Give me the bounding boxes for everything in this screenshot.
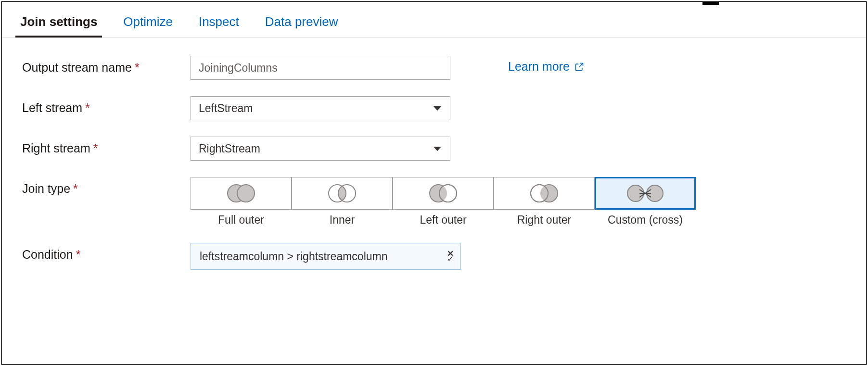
- label-join-type: Join type*: [22, 177, 191, 196]
- join-option-box: [595, 177, 696, 210]
- row-join-type: Join type* Full outer: [22, 177, 846, 227]
- label-text: Right stream: [22, 141, 90, 155]
- required-marker: *: [85, 101, 90, 114]
- join-option-box: [393, 177, 494, 210]
- control-right-stream: RightStream: [191, 137, 450, 161]
- control-join-type: Full outer: [191, 177, 696, 227]
- left-stream-select[interactable]: LeftStream: [191, 96, 450, 120]
- row-right-stream: Right stream* RightStream: [22, 137, 846, 161]
- tab-inspect[interactable]: Inspect: [197, 12, 241, 37]
- join-caption: Full outer: [218, 214, 264, 227]
- tab-data-preview[interactable]: Data preview: [263, 12, 340, 37]
- label-text: Output stream name: [22, 61, 132, 74]
- required-marker: *: [73, 182, 78, 195]
- tab-bar: Join settings Optimize Inspect Data prev…: [2, 2, 866, 38]
- output-stream-name-input[interactable]: [191, 56, 450, 80]
- join-option-box: [292, 177, 393, 210]
- external-link-icon: [574, 62, 584, 72]
- form-area: Output stream name* Learn more Left stre…: [2, 38, 866, 270]
- label-text: Join type: [22, 182, 70, 195]
- join-caption: Right outer: [517, 214, 572, 227]
- join-option-full-outer[interactable]: Full outer: [191, 177, 292, 227]
- condition-expression-input[interactable]: leftstreamcolumn > rightstreamcolumn ✕ ✓: [191, 243, 461, 270]
- join-option-inner[interactable]: Inner: [292, 177, 393, 227]
- settings-panel: Join settings Optimize Inspect Data prev…: [1, 1, 867, 365]
- join-option-right-outer[interactable]: Right outer: [494, 177, 595, 227]
- chevron-down-icon: [434, 106, 441, 111]
- commit-icon[interactable]: ✓: [447, 256, 454, 262]
- row-left-stream: Left stream* LeftStream: [22, 96, 846, 120]
- venn-left-outer-icon: [426, 183, 460, 203]
- right-stream-select[interactable]: RightStream: [191, 137, 450, 161]
- join-caption: Custom (cross): [608, 214, 683, 227]
- join-option-box: [191, 177, 292, 210]
- resize-grip[interactable]: [702, 1, 719, 5]
- required-marker: *: [135, 61, 140, 74]
- select-value: RightStream: [199, 142, 260, 155]
- join-caption: Inner: [330, 214, 355, 227]
- tab-join-settings[interactable]: Join settings: [18, 12, 99, 37]
- join-option-box: [494, 177, 595, 210]
- venn-right-outer-icon: [527, 183, 561, 203]
- label-condition: Condition*: [22, 243, 191, 262]
- chevron-down-icon: [434, 147, 441, 151]
- venn-inner-icon: [325, 183, 359, 203]
- condition-text: leftstreamcolumn > rightstreamcolumn: [200, 250, 447, 263]
- control-condition: leftstreamcolumn > rightstreamcolumn ✕ ✓: [191, 243, 461, 270]
- join-option-custom-cross[interactable]: Custom (cross): [595, 177, 696, 227]
- label-right-stream: Right stream*: [22, 137, 191, 155]
- venn-cross-icon: [625, 183, 665, 203]
- learn-more-text: Learn more: [508, 60, 570, 74]
- row-output-stream-name: Output stream name* Learn more: [22, 56, 846, 80]
- control-output-stream-name: [191, 56, 450, 80]
- required-marker: *: [93, 141, 98, 155]
- label-left-stream: Left stream*: [22, 96, 191, 115]
- required-marker: *: [76, 248, 81, 261]
- learn-more-link[interactable]: Learn more: [508, 56, 584, 74]
- join-option-left-outer[interactable]: Left outer: [393, 177, 494, 227]
- label-text: Condition: [22, 248, 73, 261]
- join-caption: Left outer: [420, 214, 466, 227]
- control-left-stream: LeftStream: [191, 96, 450, 120]
- join-type-options: Full outer: [191, 177, 696, 227]
- label-output-stream-name: Output stream name*: [22, 56, 191, 75]
- label-text: Left stream: [22, 101, 82, 114]
- condition-actions: ✕ ✓: [447, 251, 454, 262]
- svg-point-1: [237, 185, 255, 202]
- select-value: LeftStream: [199, 102, 253, 115]
- tab-optimize[interactable]: Optimize: [121, 12, 175, 37]
- venn-full-outer-icon: [224, 183, 258, 203]
- row-condition: Condition* leftstreamcolumn > rightstrea…: [22, 243, 846, 270]
